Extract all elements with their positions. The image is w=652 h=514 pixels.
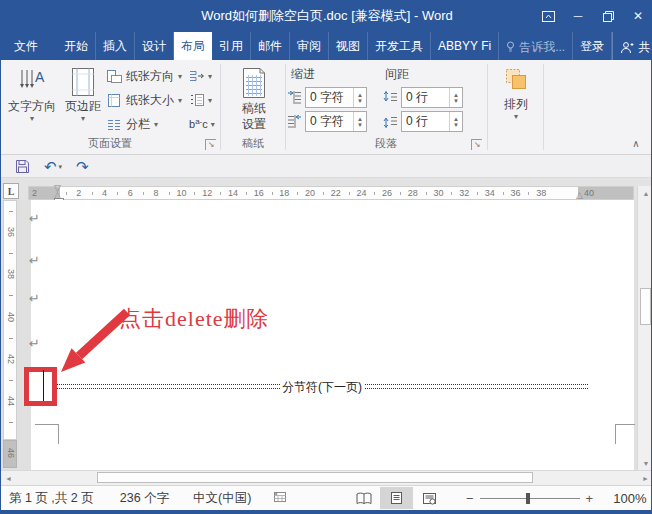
close-button[interactable]: ✕ — [623, 0, 652, 32]
ribbon-tab[interactable]: 开始 — [57, 32, 96, 60]
columns-button[interactable]: 分栏 ▾ — [106, 112, 186, 136]
ribbon-tab[interactable]: 邮件 — [251, 32, 290, 60]
scroll-up-button[interactable]: ▲ — [639, 186, 652, 200]
indent-left-field[interactable]: 0 字符 ▲▼ — [305, 87, 367, 108]
ruler-number: 30 — [426, 187, 452, 199]
ribbon-tab[interactable]: 视图 — [329, 32, 368, 60]
zoom-slider-thumb[interactable] — [526, 493, 530, 504]
scroll-right-button[interactable]: ► — [638, 471, 652, 485]
read-mode-icon — [356, 492, 372, 505]
svg-text:A: A — [35, 69, 45, 85]
paragraph-mark: ↵ — [29, 337, 40, 351]
hyphenation-button[interactable]: ba-c ▾ — [189, 112, 219, 136]
minimize-button[interactable]: ─ — [563, 0, 593, 32]
paragraph-mark: ↵ — [29, 212, 40, 226]
hyphenation-icon: ba-c — [189, 118, 208, 130]
window-border — [1, 510, 652, 514]
section-break-label: 分节符(下一页) — [280, 380, 364, 394]
lightbulb-icon — [506, 41, 515, 53]
scroll-down-button[interactable]: ▼ — [639, 456, 652, 470]
line-numbers-icon — [189, 93, 205, 107]
chevron-down-icon: ▾ — [30, 115, 34, 123]
spacing-before-field[interactable]: 0 行 ▲▼ — [401, 87, 463, 108]
tab-file[interactable]: 文件 — [1, 32, 51, 60]
ribbon-tab[interactable]: 布局 — [174, 32, 212, 60]
tab-selector[interactable]: L — [3, 183, 19, 199]
restore-button[interactable] — [593, 0, 623, 32]
spacing-after-field[interactable]: 0 行 ▲▼ — [401, 111, 463, 132]
ribbon-tab[interactable]: 引用 — [212, 32, 251, 60]
language-status[interactable]: 中文(中国) — [193, 490, 251, 507]
ribbon-tab[interactable]: 插入 — [96, 32, 135, 60]
print-layout-icon — [390, 491, 403, 505]
text-direction-icon: A — [17, 67, 47, 97]
vertical-scrollbar[interactable]: ▲ ▼ — [637, 186, 652, 470]
ribbon-tab-row: 文件 开始插入设计布局引用邮件审阅视图开发工具ABBYY Fi 告诉我... 登… — [1, 32, 652, 60]
ruler-number: 14 — [220, 187, 246, 199]
ribbon-tab[interactable]: 审阅 — [290, 32, 329, 60]
redo-button[interactable]: ↷ — [76, 159, 89, 174]
vertical-scrollbar-thumb[interactable] — [640, 288, 651, 325]
print-layout-button[interactable] — [380, 487, 413, 509]
sign-in-button[interactable]: 登录 — [573, 32, 612, 60]
tab-list: 开始插入设计布局引用邮件审阅视图开发工具ABBYY Fi — [57, 32, 499, 60]
group-divider — [487, 64, 488, 150]
line-numbers-button[interactable]: ▾ — [189, 88, 219, 112]
ribbon-tab[interactable]: 设计 — [135, 32, 174, 60]
scroll-left-button[interactable]: ◄ — [1, 471, 16, 485]
zoom-level[interactable]: 100% — [613, 491, 646, 506]
annotation-text: 点击delete删除 — [119, 304, 270, 334]
margins-icon — [70, 67, 96, 97]
zoom-in-button[interactable]: + — [580, 491, 600, 506]
read-mode-button[interactable] — [347, 487, 380, 509]
ruler-number: 16 — [246, 187, 272, 199]
page-info[interactable]: 第 1 页 ,共 2 页 — [9, 490, 94, 507]
ruler-number: 28 — [400, 187, 426, 199]
share-button[interactable]: 共享 — [612, 32, 652, 60]
spacing-before-spinner[interactable]: ▲▼ — [449, 88, 462, 107]
group-label-grid-paper: 稿纸 — [221, 136, 285, 151]
annotation-highlight-box — [24, 367, 57, 406]
undo-button[interactable]: ↶▾ — [44, 159, 62, 174]
ribbon-display-options-icon[interactable] — [533, 0, 563, 32]
margin-corner-mark — [615, 424, 635, 425]
ruler-number: 32 — [451, 187, 477, 199]
macro-record-button[interactable] — [273, 491, 287, 506]
margin-corner-mark — [615, 424, 616, 444]
ribbon-tab[interactable]: ABBYY Fi — [431, 32, 499, 60]
ribbon: A 文字方向 ▾ 页边距 ▾ 纸张方向 ▾ 纸张大小 ▾ — [1, 60, 652, 155]
vertical-ruler[interactable]: 3638 4042 44 — [3, 200, 17, 440]
zoom-slider-track[interactable] — [480, 498, 580, 499]
group-label-paragraph: 段落 — [286, 136, 486, 151]
right-indent-marker[interactable]: △ — [576, 191, 583, 199]
web-layout-button[interactable] — [413, 487, 446, 509]
arrange-button[interactable]: 排列 ▾ — [493, 63, 539, 151]
word-window: Word如何删除空白页.doc [兼容模式] - Word ─ ✕ 文件 开始插… — [0, 0, 652, 514]
columns-icon — [106, 117, 122, 132]
horizontal-ruler[interactable]: 2 2468101214161820222426283032343638 40 — [28, 186, 634, 200]
ribbon-tab[interactable]: 开发工具 — [368, 32, 431, 60]
paper-size-button[interactable]: 纸张大小 ▾ — [106, 88, 186, 112]
zoom-out-button[interactable]: − — [460, 491, 480, 506]
collapse-ribbon-button[interactable]: ∧ — [627, 136, 645, 150]
section-break-line: 分节符(下一页) — [56, 384, 588, 389]
indent-right-spinner[interactable]: ▲▼ — [353, 112, 366, 131]
horizontal-scrollbar-thumb[interactable] — [97, 472, 533, 483]
paragraph-dialog-launcher[interactable]: ↘ — [471, 139, 482, 150]
tab-tell-me[interactable]: 告诉我... — [499, 32, 573, 60]
chevron-down-icon: ▾ — [178, 97, 182, 105]
horizontal-scrollbar[interactable]: ◄ ► — [1, 470, 652, 485]
orientation-button[interactable]: 纸张方向 ▾ — [106, 64, 186, 88]
spacing-before-icon — [383, 91, 398, 104]
chevron-down-icon: ▾ — [208, 97, 212, 105]
save-button[interactable] — [15, 159, 30, 174]
chevron-down-icon: ▾ — [81, 115, 85, 123]
spacing-after-spinner[interactable]: ▲▼ — [449, 112, 462, 131]
indent-label: 缩进 — [291, 66, 315, 83]
indent-left-spinner[interactable]: ▲▼ — [353, 88, 366, 107]
word-count[interactable]: 236 个字 — [120, 490, 169, 507]
page-setup-dialog-launcher[interactable]: ↘ — [205, 139, 216, 150]
indent-right-field[interactable]: 0 字符 ▲▼ — [305, 111, 367, 132]
arrange-icon — [503, 67, 529, 95]
breaks-button[interactable]: ▾ — [189, 64, 219, 88]
